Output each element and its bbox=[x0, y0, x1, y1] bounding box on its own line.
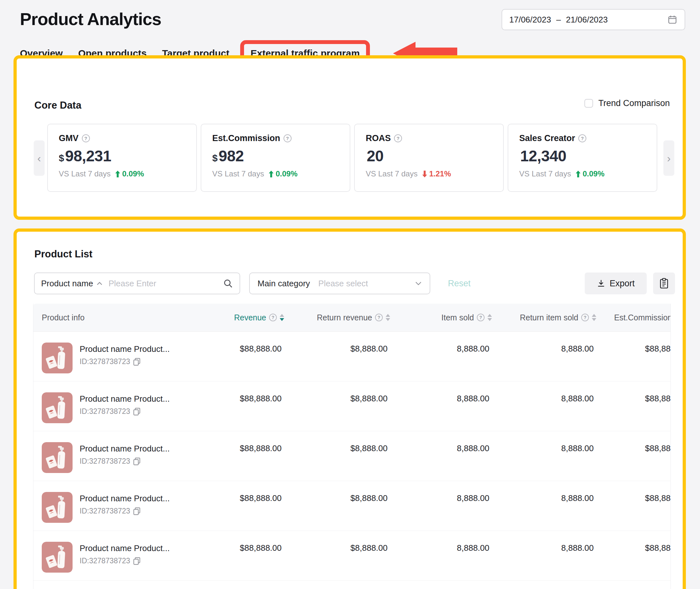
table-header-row: Product info Revenue ? Return revenue ? … bbox=[33, 304, 671, 332]
product-name: Product name Product... bbox=[80, 444, 169, 454]
product-name: Product name Product... bbox=[80, 543, 169, 553]
help-icon[interactable]: ? bbox=[394, 134, 402, 142]
product-thumbnail bbox=[42, 492, 72, 523]
date-separator: – bbox=[556, 15, 561, 25]
column-header-est-commission[interactable]: Est.Commission bbox=[598, 313, 671, 322]
est-commission-value: $88,888.00 bbox=[598, 531, 671, 580]
metric-change: 0.09% bbox=[583, 169, 604, 178]
help-icon[interactable]: ? bbox=[284, 134, 292, 142]
export-label: Export bbox=[610, 278, 635, 288]
table-row[interactable]: Product name Product... ID:3278738723 $8… bbox=[33, 381, 671, 431]
arrow-up-icon bbox=[576, 171, 581, 177]
copy-list-button[interactable] bbox=[653, 272, 675, 294]
metric-value: 982 bbox=[219, 147, 244, 165]
help-icon[interactable]: ? bbox=[581, 314, 589, 321]
trend-comparison-checkbox[interactable] bbox=[585, 99, 593, 108]
product-id: ID:3278738723 bbox=[80, 407, 130, 416]
arrow-up-icon bbox=[269, 171, 274, 177]
return-revenue-value: $8,888.00 bbox=[286, 481, 391, 531]
metric-vs-label: VS Last 7 days bbox=[366, 169, 417, 178]
metric-card: Est.Commission ? $ 982 VS Last 7 days 0.… bbox=[201, 124, 350, 192]
product-name: Product name Product... bbox=[80, 344, 169, 354]
search-icon[interactable] bbox=[223, 278, 233, 288]
help-icon[interactable]: ? bbox=[578, 134, 586, 142]
copy-icon[interactable] bbox=[133, 358, 141, 366]
help-icon[interactable]: ? bbox=[477, 314, 484, 321]
return-item-sold-value: 8,888.00 bbox=[493, 332, 598, 381]
date-start: 17/06/2023 bbox=[509, 15, 551, 25]
table-row[interactable]: Product name Product... ID:3278738723 $8… bbox=[33, 431, 671, 481]
help-icon[interactable]: ? bbox=[375, 314, 383, 321]
metric-value: 12,340 bbox=[520, 147, 567, 165]
category-placeholder: Please select bbox=[318, 278, 368, 288]
carousel-prev-button[interactable]: ‹ bbox=[34, 141, 45, 176]
metric-label: Est.Commission bbox=[212, 133, 280, 143]
sort-icon[interactable] bbox=[280, 314, 284, 321]
metric-change: 0.09% bbox=[276, 169, 297, 178]
download-icon bbox=[597, 279, 606, 288]
table-row[interactable]: Product name Product... ID:3278738723 $8… bbox=[33, 481, 671, 531]
sort-icon[interactable] bbox=[487, 314, 492, 321]
arrow-down-icon bbox=[422, 171, 427, 177]
copy-icon[interactable] bbox=[133, 407, 141, 416]
product-thumbnail bbox=[42, 442, 72, 473]
date-end: 21/06/2023 bbox=[566, 15, 608, 25]
sort-icon[interactable] bbox=[386, 314, 390, 321]
search-field-label[interactable]: Product name bbox=[41, 278, 93, 288]
table-row[interactable]: Product name Product... ID:3278738723 $8… bbox=[33, 332, 671, 381]
core-data-title: Core Data bbox=[34, 100, 81, 111]
search-placeholder: Please Enter bbox=[108, 278, 156, 288]
revenue-value: $88,888.00 bbox=[201, 481, 286, 531]
column-header-revenue[interactable]: Revenue ? bbox=[201, 313, 286, 322]
date-range-picker[interactable]: 17/06/2023 – 21/06/2023 bbox=[501, 9, 685, 30]
item-sold-value: 8,888.00 bbox=[391, 431, 493, 481]
revenue-value: $88,888.00 bbox=[201, 531, 286, 580]
product-info-cell: Product name Product... ID:3278738723 bbox=[33, 481, 201, 531]
table-row[interactable]: Product name Product... ID:3278738723 $8… bbox=[33, 531, 671, 581]
product-id: ID:3278738723 bbox=[80, 557, 130, 565]
metric-card: ROAS ? 20 VS Last 7 days 1.21% bbox=[354, 124, 504, 192]
trend-comparison-toggle[interactable]: Trend Comparison bbox=[585, 98, 670, 108]
revenue-value: $88,888.00 bbox=[201, 381, 286, 431]
carousel-next-button[interactable]: › bbox=[663, 141, 674, 176]
product-info-cell: Product name Product... ID:3278738723 bbox=[33, 332, 201, 381]
return-revenue-value: $8,888.00 bbox=[286, 431, 391, 481]
product-info-cell: Product name Product... ID:3278738723 bbox=[33, 431, 201, 481]
calendar-icon bbox=[667, 14, 678, 25]
metric-cards-row: GMV ? $ 98,231 VS Last 7 days 0.09% Est.… bbox=[47, 124, 657, 192]
help-icon[interactable]: ? bbox=[269, 314, 277, 321]
metric-card: GMV ? $ 98,231 VS Last 7 days 0.09% bbox=[47, 124, 197, 192]
help-icon[interactable]: ? bbox=[82, 134, 90, 142]
product-id: ID:3278738723 bbox=[80, 357, 130, 366]
metric-vs-label: VS Last 7 days bbox=[212, 169, 264, 178]
column-header-return-item-sold[interactable]: Return item sold ? bbox=[493, 313, 598, 322]
est-commission-value: $88,888.00 bbox=[598, 481, 671, 531]
page-title: Product Analytics bbox=[20, 9, 161, 29]
column-header-return-revenue[interactable]: Return revenue ? bbox=[286, 313, 391, 322]
category-label: Main category bbox=[258, 278, 310, 288]
return-revenue-value: $8,888.00 bbox=[286, 381, 391, 431]
metric-currency-prefix: $ bbox=[212, 153, 218, 164]
metric-value: 20 bbox=[367, 147, 383, 165]
metric-label: Sales Creator bbox=[519, 133, 575, 143]
sort-icon[interactable] bbox=[592, 314, 596, 321]
copy-icon[interactable] bbox=[133, 507, 141, 516]
reset-button[interactable]: Reset bbox=[448, 272, 471, 294]
metric-vs-label: VS Last 7 days bbox=[59, 169, 110, 178]
product-name: Product name Product... bbox=[80, 494, 169, 504]
est-commission-value: $88,888.00 bbox=[598, 332, 671, 381]
product-search-input[interactable]: Product name Please Enter bbox=[34, 272, 240, 294]
est-commission-value: $88,888.00 bbox=[598, 381, 671, 431]
product-info-cell: Product name Product... ID:3278738723 bbox=[33, 531, 201, 580]
metric-currency-prefix: $ bbox=[59, 153, 64, 164]
revenue-value: $88,888.00 bbox=[201, 431, 286, 481]
copy-icon[interactable] bbox=[133, 557, 141, 565]
export-button[interactable]: Export bbox=[585, 272, 647, 294]
column-header-item-sold[interactable]: Item sold ? bbox=[391, 313, 493, 322]
trend-comparison-label: Trend Comparison bbox=[598, 98, 670, 108]
copy-icon[interactable] bbox=[133, 457, 141, 465]
chevron-down-icon bbox=[415, 281, 422, 286]
category-select[interactable]: Main category Please select bbox=[249, 272, 430, 294]
metric-value: 98,231 bbox=[65, 147, 111, 165]
return-item-sold-value: 8,888.00 bbox=[493, 431, 598, 481]
